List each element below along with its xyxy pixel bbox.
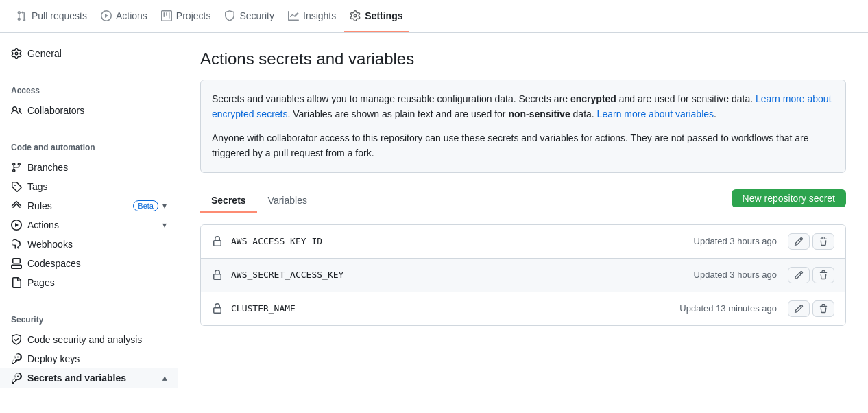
tabs-row: Secrets Variables New repository secret [200, 189, 846, 213]
sidebar-rules[interactable]: Rules Beta ▾ [0, 196, 178, 215]
description-paragraph-2: Anyone with collaborator access to this … [212, 130, 834, 161]
sidebar-tags-label: Tags [27, 181, 48, 192]
lock-icon-3 [212, 303, 223, 315]
desc1-after: . Variables are shown as plain text and … [288, 108, 509, 119]
sidebar-collaborators-label: Collaborators [27, 105, 84, 116]
sidebar-code-automation-section: Code and automation [0, 132, 178, 158]
secret-actions-2 [788, 267, 834, 283]
sidebar-branches-label: Branches [27, 162, 68, 173]
nav-actions[interactable]: Actions [95, 0, 153, 32]
actions-chevron-icon: ▾ [162, 220, 167, 230]
nav-insights-label: Insights [303, 10, 336, 21]
desc1-encrypted: encrypted [570, 93, 616, 104]
secret-updated-3: Updated 13 minutes ago [679, 303, 777, 314]
secret-actions-3 [788, 300, 834, 317]
page-title: Actions secrets and variables [200, 49, 846, 69]
nav-security-label: Security [239, 10, 274, 21]
sidebar: General Access Collaborators Code and au… [0, 33, 178, 413]
sidebar-collaborators[interactable]: Collaborators [0, 101, 178, 120]
sidebar-access-section: Access [0, 75, 178, 101]
secret-name-2: AWS_SECRET_ACCESS_KEY [231, 270, 694, 280]
sidebar-deploy-keys[interactable]: Deploy keys [0, 349, 178, 368]
sidebar-codespaces-label: Codespaces [27, 258, 81, 269]
sidebar-general-label: General [27, 48, 62, 59]
lock-icon-1 [212, 235, 223, 248]
secret-row-2: AWS_SECRET_ACCESS_KEY Updated 3 hours ag… [201, 259, 845, 292]
sidebar-code-security[interactable]: Code security and analysis [0, 330, 178, 349]
description-box: Secrets and variables allow you to manag… [200, 80, 846, 173]
rules-chevron-icon: ▾ [162, 201, 167, 211]
secret-delete-button-3[interactable] [812, 300, 834, 317]
secret-name-3: CLUSTER_NAME [231, 303, 679, 314]
nav-projects-label: Projects [176, 10, 211, 21]
sidebar-code-security-label: Code security and analysis [27, 334, 142, 345]
sidebar-webhooks[interactable]: Webhooks [0, 235, 178, 254]
secret-edit-button-2[interactable] [788, 267, 810, 283]
secret-updated-2: Updated 3 hours ago [694, 270, 777, 280]
nav-pull-requests-label: Pull requests [32, 10, 87, 21]
sidebar-secrets-variables-label: Secrets and variables [27, 373, 126, 384]
desc1-nonsensitive: non-sensitive [508, 108, 570, 119]
nav-insights[interactable]: Insights [282, 0, 341, 32]
new-secret-button[interactable]: New repository secret [732, 189, 846, 207]
page-layout: General Access Collaborators Code and au… [0, 33, 868, 413]
sidebar-secrets-variables[interactable]: Secrets and variables ▴ [0, 368, 178, 388]
secret-row-3: CLUSTER_NAME Updated 13 minutes ago [201, 292, 845, 325]
desc1-link2[interactable]: Learn more about variables [597, 108, 714, 119]
sidebar-tags[interactable]: Tags [0, 177, 178, 196]
secret-name-1: AWS_ACCESS_KEY_ID [231, 236, 694, 246]
secret-row-1: AWS_ACCESS_KEY_ID Updated 3 hours ago [201, 225, 845, 259]
secret-delete-button-1[interactable] [812, 233, 834, 250]
nav-actions-label: Actions [116, 10, 147, 21]
nav-pull-requests[interactable]: Pull requests [11, 0, 93, 32]
beta-badge: Beta [133, 200, 158, 211]
sidebar-pages[interactable]: Pages [0, 273, 178, 292]
secrets-list: AWS_ACCESS_KEY_ID Updated 3 hours ago AW… [200, 224, 846, 326]
lock-icon-2 [212, 269, 223, 281]
main-content: Actions secrets and variables Secrets an… [178, 33, 868, 413]
nav-security[interactable]: Security [219, 0, 280, 32]
sidebar-pages-label: Pages [27, 277, 55, 288]
tab-variables[interactable]: Variables [257, 189, 318, 213]
secrets-variables-chevron-icon: ▴ [162, 373, 167, 383]
sidebar-general[interactable]: General [0, 44, 178, 63]
nav-settings[interactable]: Settings [344, 0, 408, 32]
sidebar-actions[interactable]: Actions ▾ [0, 215, 178, 235]
secret-edit-button-1[interactable] [788, 233, 810, 250]
tab-secrets[interactable]: Secrets [200, 189, 257, 213]
nav-settings-label: Settings [365, 10, 402, 21]
secret-edit-button-3[interactable] [788, 300, 810, 317]
secret-updated-1: Updated 3 hours ago [694, 236, 777, 246]
desc1-start: Secrets and variables allow you to manag… [212, 93, 570, 104]
secret-actions-1 [788, 233, 834, 250]
secret-delete-button-2[interactable] [812, 267, 834, 283]
sidebar-actions-label: Actions [27, 220, 59, 231]
description-paragraph-1: Secrets and variables allow you to manag… [212, 91, 834, 122]
sidebar-branches[interactable]: Branches [0, 158, 178, 177]
top-nav: Pull requests Actions Projects Security … [0, 0, 868, 33]
sidebar-rules-label: Rules [27, 200, 52, 211]
nav-projects[interactable]: Projects [156, 0, 217, 32]
desc1-after2: data. [570, 108, 597, 119]
sidebar-deploy-keys-label: Deploy keys [27, 353, 80, 364]
tabs: Secrets Variables [200, 189, 318, 212]
sidebar-security-section: Security [0, 304, 178, 330]
desc1-mid: and are used for sensitive data. [616, 93, 756, 104]
sidebar-codespaces[interactable]: Codespaces [0, 254, 178, 273]
sidebar-webhooks-label: Webhooks [27, 239, 73, 250]
